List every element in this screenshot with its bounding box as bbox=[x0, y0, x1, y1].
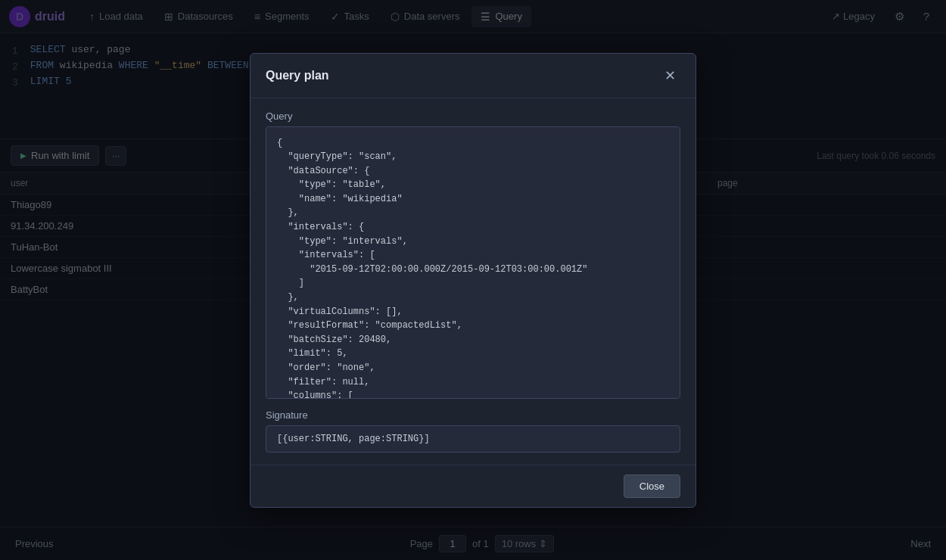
signature-content: [{user:STRING, page:STRING}] bbox=[266, 425, 680, 453]
modal-close-button[interactable]: ✕ bbox=[660, 66, 680, 86]
modal-title: Query plan bbox=[266, 69, 329, 82]
query-plan-content: { "queryType": "scan", "dataSource": { "… bbox=[266, 126, 680, 399]
modal-close-footer-button[interactable]: Close bbox=[624, 474, 680, 498]
modal-body: Query { "queryType": "scan", "dataSource… bbox=[251, 98, 695, 465]
query-plan-modal: Query plan ✕ Query { "queryType": "scan"… bbox=[250, 53, 696, 508]
modal-overlay: Query plan ✕ Query { "queryType": "scan"… bbox=[0, 0, 946, 560]
modal-header: Query plan ✕ bbox=[251, 54, 695, 98]
modal-footer: Close bbox=[251, 465, 695, 507]
query-section-label: Query bbox=[266, 110, 680, 122]
signature-section: Signature [{user:STRING, page:STRING}] bbox=[266, 409, 680, 453]
query-section: Query { "queryType": "scan", "dataSource… bbox=[266, 110, 680, 399]
signature-section-label: Signature bbox=[266, 409, 680, 421]
